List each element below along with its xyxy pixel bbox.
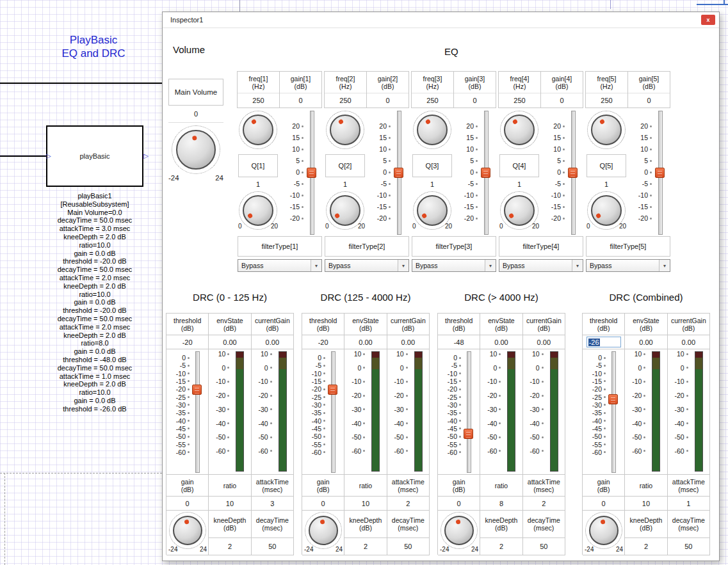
decaytime-value[interactable]: 50	[252, 538, 293, 554]
slider-track[interactable]	[467, 351, 471, 473]
slider-track[interactable]	[611, 351, 616, 473]
q-value[interactable]: 1	[238, 179, 278, 190]
slider-handle[interactable]	[655, 168, 665, 178]
freq-value[interactable]: 250	[325, 93, 366, 107]
gain-value[interactable]: 0	[628, 93, 670, 107]
scale-label: -20	[674, 392, 684, 399]
slider-track[interactable]	[195, 351, 200, 473]
q-value[interactable]: 1	[325, 179, 365, 190]
freq-value[interactable]: 250	[586, 93, 627, 107]
ratio-value[interactable]: 10	[209, 497, 251, 511]
attacktime-value[interactable]: 2	[387, 497, 430, 511]
slider-handle[interactable]	[394, 168, 403, 178]
slider-track[interactable]	[571, 111, 576, 235]
threshold-slider[interactable]: 0-5-10-15-20-25-30-35-40-45-50-55-60	[438, 349, 480, 475]
threshold-value[interactable]: -20	[166, 335, 209, 349]
q-value[interactable]: 1	[412, 179, 452, 190]
chevron-down-icon: ▾	[485, 260, 496, 271]
scale-label: -30	[448, 401, 457, 409]
freq-value[interactable]: 250	[499, 93, 540, 107]
gain-slider[interactable]: 20 15 10	[280, 109, 321, 235]
scale-row: -60	[584, 449, 606, 456]
threshold-slider[interactable]: 0-5-10-15-20-25-30-35-40-45-50-55-60	[583, 349, 625, 475]
slider-handle[interactable]	[328, 385, 337, 395]
slider-handle[interactable]	[192, 385, 202, 395]
close-button[interactable]: x	[701, 15, 715, 25]
attacktime-value[interactable]: 2	[523, 497, 565, 511]
gain-slider[interactable]: 20 15 10	[542, 109, 583, 235]
freq-knob[interactable]	[587, 111, 626, 149]
q-value[interactable]: 1	[586, 179, 626, 190]
freq-value[interactable]: 250	[412, 93, 453, 107]
scale-label: -10	[394, 378, 403, 385]
q-value[interactable]: 1	[499, 179, 539, 190]
gain-slider[interactable]: 20 15 10	[455, 109, 496, 235]
slider-handle[interactable]	[464, 429, 473, 439]
slider-handle[interactable]	[481, 168, 490, 178]
scale-label: -10	[530, 378, 539, 385]
slider-track[interactable]	[310, 111, 314, 235]
gain-value[interactable]: 0	[541, 93, 583, 107]
gain-knob[interactable]	[441, 512, 478, 549]
decaytime-header: decayTime(msec)	[523, 511, 565, 538]
attacktime-value[interactable]: 1	[668, 497, 710, 511]
scale-label: -40	[592, 417, 602, 425]
threshold-slider[interactable]: 0-5-10-15-20-25-30-35-40-45-50-55-60	[302, 349, 344, 475]
gain-value[interactable]: 0	[454, 93, 496, 107]
tick-dot	[227, 395, 229, 397]
scale-label: -40	[632, 420, 642, 427]
gain-knob[interactable]	[585, 512, 622, 549]
decaytime-value[interactable]: 50	[523, 538, 565, 554]
slider-handle[interactable]	[568, 168, 578, 178]
gain-value[interactable]: 0	[302, 497, 344, 511]
kneedepth-value[interactable]: 2	[480, 538, 522, 554]
ratio-value[interactable]: 8	[480, 497, 522, 511]
kneedepth-value[interactable]: 2	[344, 538, 386, 554]
freq-knob[interactable]	[239, 111, 277, 149]
threshold-value[interactable]: -26	[583, 335, 625, 349]
filtertype-dropdown[interactable]: Bypass ▾	[412, 259, 496, 272]
slider-handle[interactable]	[608, 394, 618, 404]
gain-knob[interactable]	[305, 512, 342, 549]
gain-value[interactable]: 0	[583, 497, 625, 511]
threshold-value[interactable]: -20	[302, 335, 344, 349]
slider-track[interactable]	[484, 111, 489, 235]
kneedepth-value[interactable]: 2	[209, 538, 250, 554]
q-label: Q[1]	[238, 154, 278, 177]
filtertype-dropdown[interactable]: Bypass ▾	[499, 259, 583, 272]
gain-value[interactable]: 0	[367, 93, 408, 107]
window-titlebar[interactable]: Inspector1 x	[163, 12, 719, 28]
gain-slider[interactable]: 20 15 10	[629, 109, 670, 235]
decaytime-value[interactable]: 50	[387, 538, 429, 554]
decaytime-value[interactable]: 50	[668, 538, 709, 554]
scale-row: -60	[626, 447, 645, 455]
gain-value[interactable]: 0	[280, 93, 321, 107]
freq-knob[interactable]	[413, 111, 451, 149]
ratio-value[interactable]: 10	[344, 497, 387, 511]
freq-value[interactable]: 250	[238, 93, 279, 107]
threshold-value[interactable]: -48	[438, 335, 480, 349]
main-volume-value[interactable]: 0	[168, 106, 223, 123]
freq-knob[interactable]	[326, 111, 364, 149]
gain-knob[interactable]	[169, 512, 206, 549]
threshold-input[interactable]: -26	[586, 337, 621, 347]
scale-row: 0	[669, 364, 688, 372]
scale-label: -35	[592, 409, 602, 417]
gain-value[interactable]: 0	[438, 497, 480, 511]
main-volume-knob[interactable]	[172, 125, 220, 174]
freq-knob[interactable]	[500, 111, 538, 149]
gain-slider[interactable]: 20 15 10	[368, 109, 408, 235]
slider-track[interactable]	[658, 111, 663, 235]
attacktime-value[interactable]: 3	[252, 497, 294, 511]
slider-track[interactable]	[397, 111, 401, 235]
kneedepth-value[interactable]: 2	[625, 538, 667, 554]
playbasic-block[interactable]: playBasic ▷ ▷	[46, 125, 143, 187]
gain-value[interactable]: 0	[166, 497, 209, 511]
filtertype-dropdown[interactable]: Bypass ▾	[325, 259, 409, 272]
filtertype-dropdown[interactable]: Bypass ▾	[586, 259, 670, 272]
slider-track[interactable]	[331, 351, 336, 473]
filtertype-dropdown[interactable]: Bypass ▾	[238, 259, 322, 272]
threshold-slider[interactable]: 0-5-10-15-20-25-30-35-40-45-50-55-60	[166, 349, 209, 475]
ratio-value[interactable]: 10	[625, 497, 667, 511]
slider-handle[interactable]	[307, 168, 316, 178]
